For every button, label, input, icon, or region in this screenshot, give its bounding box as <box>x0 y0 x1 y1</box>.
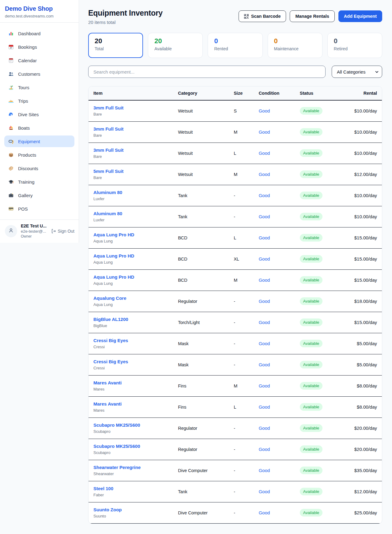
item-name-link[interactable]: Scubapro MK25/S600 <box>93 422 140 428</box>
item-rental: $10.00/day <box>348 185 382 206</box>
condition-link[interactable]: Good <box>259 425 270 431</box>
condition-link[interactable]: Good <box>259 108 270 113</box>
table-body: 3mm Full Suit Bare Wetsuit S Good Availa… <box>89 100 382 523</box>
item-category: Dive Computer <box>178 502 234 523</box>
item-name-link[interactable]: Cressi Big Eyes <box>93 359 128 364</box>
condition-link[interactable]: Good <box>259 341 270 346</box>
item-name-link[interactable]: Aluminum 80 <box>93 211 122 216</box>
table-row: 5mm Full Suit Bare Wetsuit M Good Availa… <box>89 164 382 185</box>
sidebar-item-equipment[interactable]: Equipment <box>4 135 74 147</box>
condition-link[interactable]: Good <box>259 193 270 198</box>
item-name-link[interactable]: 3mm Full Suit <box>93 126 123 132</box>
sidebar-item-bookings[interactable]: 17 Bookings <box>4 41 74 53</box>
condition-link[interactable]: Good <box>259 468 270 473</box>
condition-link[interactable]: Good <box>259 256 270 261</box>
item-name-link[interactable]: Aqualung Core <box>93 296 126 301</box>
item-size: - <box>234 291 258 312</box>
add-equipment-label: Add Equipment <box>344 14 377 19</box>
item-rental: $10.00/day <box>348 206 382 227</box>
sidebar-item-label: Products <box>18 152 36 158</box>
item-size: - <box>234 333 258 354</box>
condition-link[interactable]: Good <box>259 447 270 452</box>
item-name-link[interactable]: Shearwater Peregrine <box>93 465 141 470</box>
item-name-link[interactable]: Cressi Big Eyes <box>93 338 128 343</box>
stat-value: 0 <box>214 37 256 45</box>
sidebar-spacer <box>0 215 79 219</box>
condition-link[interactable]: Good <box>259 129 270 135</box>
manage-rentals-button[interactable]: Manage Rentals <box>290 10 334 22</box>
item-name-link[interactable]: Aqua Lung Pro HD <box>93 232 134 237</box>
condition-link[interactable]: Good <box>259 510 270 515</box>
column-header-item: Item <box>89 86 178 100</box>
item-name-link[interactable]: 3mm Full Suit <box>93 147 123 153</box>
item-rental: $35.00/day <box>348 460 382 481</box>
sign-out-label: Sign Out <box>58 229 74 234</box>
item-rental: $15.00/day <box>348 227 382 248</box>
table-row: Aqualung Core Aqua Lung Regulator - Good… <box>89 291 382 312</box>
condition-link[interactable]: Good <box>259 489 270 494</box>
sidebar-item-label: Dive Sites <box>18 112 39 117</box>
grad-cap-icon <box>8 179 14 185</box>
condition-link[interactable]: Good <box>259 299 270 304</box>
sidebar-item-boats[interactable]: Boats <box>4 122 74 134</box>
item-category: Fins <box>178 396 234 418</box>
condition-link[interactable]: Good <box>259 151 270 156</box>
add-equipment-button[interactable]: Add Equipment <box>338 10 382 22</box>
stats-cards: 20 Total 20 Available 0 Rented 0 Mainten… <box>88 33 382 58</box>
item-category: Mask <box>178 333 234 354</box>
sidebar-item-tours[interactable]: Tours <box>4 82 74 93</box>
item-name-link[interactable]: Aluminum 80 <box>93 190 122 195</box>
item-rental: $15.00/day <box>348 312 382 333</box>
condition-link[interactable]: Good <box>259 362 270 367</box>
item-name-link[interactable]: Steel 100 <box>93 486 113 491</box>
item-name-link[interactable]: Suunto Zoop <box>93 507 122 512</box>
sidebar-item-training[interactable]: Training <box>4 176 74 188</box>
item-name-link[interactable]: 3mm Full Suit <box>93 105 123 110</box>
sidebar-item-calendar[interactable]: Calendar <box>4 55 74 66</box>
sidebar-item-pos[interactable]: POS <box>4 203 74 215</box>
sidebar-item-trips[interactable]: Trips <box>4 95 74 107</box>
stat-card-total[interactable]: 20 Total <box>88 33 143 58</box>
brand-name[interactable]: Demo Dive Shop <box>5 5 74 12</box>
sidebar-item-label: Equipment <box>18 139 40 144</box>
search-input[interactable] <box>88 66 326 78</box>
condition-link[interactable]: Good <box>259 235 270 240</box>
status-badge: Available <box>300 128 323 136</box>
item-size: - <box>234 418 258 439</box>
item-name-link[interactable]: Aqua Lung Pro HD <box>93 253 134 258</box>
item-name-link[interactable]: Aqua Lung Pro HD <box>93 274 134 280</box>
item-category: Regulator <box>178 291 234 312</box>
sidebar-item-products[interactable]: Products <box>4 149 74 161</box>
condition-link[interactable]: Good <box>259 383 270 388</box>
condition-link[interactable]: Good <box>259 404 270 410</box>
stat-card-available[interactable]: 20 Available <box>148 33 203 58</box>
item-rental: $20.00/day <box>348 418 382 439</box>
sidebar-item-dashboard[interactable]: Dashboard <box>4 28 74 39</box>
table-row: Steel 100 Faber Tank - Good Available $1… <box>89 481 382 502</box>
item-size: - <box>234 312 258 333</box>
item-category: BCD <box>178 248 234 269</box>
item-category: Dive Computer <box>178 460 234 481</box>
stat-card-maintenance[interactable]: 0 Maintenance <box>268 33 322 58</box>
stat-card-retired[interactable]: 0 Retired <box>327 33 382 58</box>
status-badge: Available <box>300 255 323 263</box>
item-name-link[interactable]: 5mm Full Suit <box>93 169 123 174</box>
item-name-link[interactable]: Mares Avanti <box>93 401 122 406</box>
sign-out-button[interactable]: Sign Out <box>51 229 74 234</box>
item-name-link[interactable]: Scubapro MK25/S600 <box>93 444 140 449</box>
scan-barcode-button[interactable]: Scan Barcode <box>239 10 286 22</box>
condition-link[interactable]: Good <box>259 277 270 283</box>
sidebar-item-gallery[interactable]: Gallery <box>4 189 74 201</box>
stat-label: Maintenance <box>274 46 316 51</box>
condition-link[interactable]: Good <box>259 214 270 219</box>
condition-link[interactable]: Good <box>259 172 270 177</box>
sidebar-item-customers[interactable]: Customers <box>4 68 74 80</box>
stat-card-rented[interactable]: 0 Rented <box>208 33 262 58</box>
sidebar-item-dive-sites[interactable]: Dive Sites <box>4 109 74 120</box>
item-name-link[interactable]: BigBlue AL1200 <box>93 317 128 322</box>
category-select[interactable]: All Categories <box>332 66 382 78</box>
wave-icon <box>8 111 14 117</box>
sidebar-item-discounts[interactable]: Discounts <box>4 162 74 174</box>
condition-link[interactable]: Good <box>259 320 270 325</box>
item-name-link[interactable]: Mares Avanti <box>93 380 122 385</box>
